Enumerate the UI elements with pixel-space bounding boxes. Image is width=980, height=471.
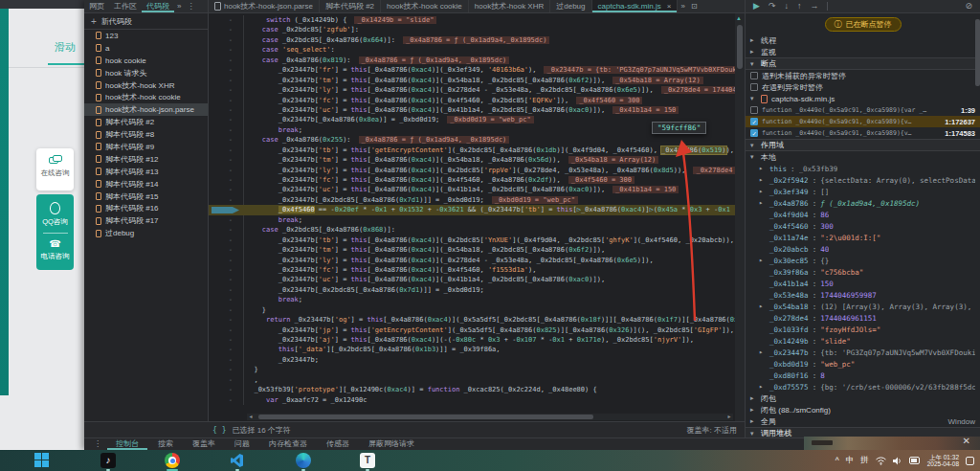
scope-variable-row[interactable]: _0x4f5460: 300 xyxy=(746,220,980,232)
caret-right-icon[interactable]: ▸ xyxy=(759,165,766,172)
line-gutter[interactable]: - xyxy=(209,375,244,385)
caret-right-icon[interactable]: ▸ xyxy=(750,417,757,425)
line-gutter[interactable]: - xyxy=(209,385,244,394)
chrome-app-icon[interactable] xyxy=(165,453,180,468)
code-line[interactable]: - this['_data'][_0x2bdc85[_0x4a8786(0x1b… xyxy=(209,345,735,354)
caret-right-icon[interactable]: ▸ xyxy=(750,406,757,414)
code-line[interactable]: - _0x23447b['ly'] = this[_0x4a8786(0xac4… xyxy=(209,256,735,265)
code-line[interactable]: - case _0x2bdc85['zgfub']: xyxy=(209,25,735,34)
scope-variable-row[interactable]: ▸_0x30ec85: {} xyxy=(746,255,980,266)
line-gutter[interactable]: - xyxy=(209,135,244,145)
line-gutter[interactable]: - xyxy=(209,85,244,95)
code-line[interactable]: - break; xyxy=(209,215,735,225)
resume-icon[interactable]: ▶ xyxy=(753,0,760,12)
caret-right-icon[interactable]: ▸ xyxy=(759,303,766,310)
code-line[interactable]: - _0x23447b['fc'] = this[_0x4a8786(0xac4… xyxy=(209,175,735,185)
code-line[interactable]: - , xyxy=(209,375,735,385)
scope-variable-row[interactable]: ▸_0x54ba18: (12) [Array(3), Array(3), Ar… xyxy=(746,301,980,312)
file-tab[interactable]: hook技术-hook cookie xyxy=(381,0,469,12)
code-line[interactable]: - switch (_0x14249b) {_0x14249b = "slide… xyxy=(209,15,735,25)
line-gutter[interactable]: - xyxy=(209,185,244,194)
online-consult-button[interactable]: 在线咨询 xyxy=(36,148,74,191)
code-line[interactable]: - case _0x4a8786(0x255):_0x4a8786 = ƒ (_… xyxy=(209,135,735,145)
scope-variable-row[interactable]: _0x11a74e: ":2\u001d:I:[" xyxy=(746,232,980,243)
checkbox-checked[interactable]: ✓ xyxy=(750,129,758,137)
line-gutter[interactable]: - xyxy=(209,256,244,265)
scope-variable-row[interactable]: _0x4f9d04: 86 xyxy=(746,209,980,220)
caret-right-icon[interactable]: ▸ xyxy=(750,394,757,402)
pane-tab-2[interactable]: 代码段 xyxy=(142,0,174,12)
line-gutter[interactable]: - xyxy=(209,295,244,304)
snippet-item[interactable]: 脚本代码段 #8 xyxy=(84,128,208,141)
caret-right-icon[interactable]: ▸ xyxy=(759,188,766,195)
scope-variable-row[interactable]: _0x53e48a: 1744046959987 xyxy=(746,289,980,301)
code-line[interactable]: - _0x23447b['fc'] = this[_0x4a8786(0xac4… xyxy=(209,96,735,105)
line-gutter[interactable]: - xyxy=(209,285,244,295)
code-line[interactable]: - } xyxy=(209,305,735,315)
scope-variable-row[interactable]: _0x278de4: 1744046961151 xyxy=(746,312,980,324)
line-gutter[interactable]: - xyxy=(209,225,244,235)
code-line[interactable]: - _0x23447b['tm'] = this[_0x4a8786(0xac4… xyxy=(209,155,735,165)
snippet-item[interactable]: 脚本代码段 #9 xyxy=(84,141,208,153)
notification-center-icon[interactable] xyxy=(966,457,974,465)
code-line[interactable]: - _0x23447b['aj'] = this[_0x4a8786(0xac4… xyxy=(209,335,735,345)
line-gutter[interactable]: - xyxy=(209,25,244,34)
code-line[interactable]: - _0x23447b['tb'] = this['getEncryptCont… xyxy=(209,146,735,155)
tab-overflow-icon[interactable]: ⊡ xyxy=(688,0,701,12)
snippet-item[interactable]: 脚本代码段 #2 xyxy=(84,116,208,128)
line-gutter[interactable]: - xyxy=(209,195,244,205)
sidebar-scrollbar-thumb[interactable] xyxy=(975,19,980,86)
line-gutter[interactable]: - xyxy=(209,115,244,124)
more-tabs-icon[interactable]: » xyxy=(678,0,687,12)
step-into-icon[interactable]: ↓ xyxy=(784,0,789,12)
scope-variable-row[interactable]: _0x20abcb: 40 xyxy=(746,243,980,255)
caret-right-icon[interactable]: ▸ xyxy=(759,348,766,356)
code-line[interactable]: - _0x23447b['uc'] = this[_0x4a8786(0xac4… xyxy=(209,275,735,284)
new-snippet-button[interactable]: + 新代码段 xyxy=(84,13,208,30)
snippet-item[interactable]: 脚本代码段 #14 xyxy=(84,178,208,191)
caret-right-icon[interactable]: ▸ xyxy=(759,199,766,207)
snippet-item[interactable]: 123 xyxy=(84,30,208,42)
line-gutter[interactable]: - xyxy=(209,265,244,275)
line-gutter[interactable]: - xyxy=(209,325,244,335)
scope-variable-row[interactable]: _0x41b1a4: 150 xyxy=(746,278,980,289)
editor-vertical-scrollbar[interactable]: ▲ xyxy=(735,13,745,421)
line-gutter[interactable]: - xyxy=(209,56,244,65)
line-gutter[interactable]: - xyxy=(209,315,244,325)
snippet-item[interactable]: 脚本代码段 #13 xyxy=(84,166,208,178)
edge-app-icon[interactable] xyxy=(296,453,311,468)
section-breakpoints[interactable]: ▾断点 xyxy=(746,57,980,70)
code-line[interactable]: - case _0x2bdc85[_0x4a8786(0x868)]: xyxy=(209,225,735,235)
caret-right-icon[interactable]: ▸ xyxy=(750,36,757,44)
code-line[interactable]: - _0x23447b[_0x2bdc85[_0x4a8786(0x7d1)]]… xyxy=(209,195,735,205)
deactivate-breakpoints-icon[interactable]: ⊘ xyxy=(965,0,972,12)
code-line[interactable]: - _0x23447b['uc'] = this[_0x4a8786(0xac4… xyxy=(209,105,735,115)
code-line[interactable]: - _0x23447b['ly'] = this[_0x4a8786(0xac4… xyxy=(209,166,735,175)
caret-right-icon[interactable]: ▸ xyxy=(750,48,757,56)
code-line[interactable]: - case _0x2bdc85[_0x4a8786(0x664)]:_0x4a… xyxy=(209,35,735,45)
drawer-tab-3[interactable]: 问题 xyxy=(226,438,258,450)
drawer-tab-1[interactable]: 搜索 xyxy=(149,438,182,450)
line-gutter[interactable]: - xyxy=(209,365,244,374)
line-gutter[interactable]: - xyxy=(209,395,244,405)
scope-variable-row[interactable]: ▸_0xd75575: {bg: '/crb/set-000006/v2/63f… xyxy=(746,381,980,392)
battery-icon[interactable] xyxy=(909,457,921,464)
file-tab[interactable]: 脚本代码段 #2 xyxy=(320,0,381,12)
pane-menu-icon[interactable]: ⋮ xyxy=(184,0,197,12)
scope-variable-row[interactable]: ▸_0x23447b: {tb: 'PG3Zq07p7aUNJVq5wM7Vvb… xyxy=(746,347,980,358)
code-line[interactable]: - return _0x23447b['og'] = this[_0x4a878… xyxy=(209,315,735,325)
scope-variable-row[interactable]: _0x14249b: "slide" xyxy=(746,335,980,347)
hscroll-thumb[interactable] xyxy=(258,415,593,419)
breakpoint-row[interactable]: ✓function _0x449e(_0x5a9c91,_0xca5989){v… xyxy=(746,116,980,127)
code-line[interactable]: - _0x23447b['jp'] = this['getEncryptCont… xyxy=(209,325,735,335)
caret-right-icon[interactable]: ▸ xyxy=(759,383,766,391)
code-line[interactable]: - _0x23447b['fc'] = this[_0x4a8786(0xac4… xyxy=(209,265,735,275)
scope-variable-row[interactable]: _0xd80f16: 8 xyxy=(746,370,980,381)
checkbox-unchecked[interactable] xyxy=(750,83,758,91)
code-editor[interactable]: - switch (_0x14249b) {_0x14249b = "slide… xyxy=(209,13,735,421)
line-gutter[interactable]: - xyxy=(209,65,244,75)
checkbox-unchecked[interactable] xyxy=(750,106,758,114)
checkbox-checked[interactable]: ✓ xyxy=(750,118,758,125)
drawer-tab-6[interactable]: 屏蔽网络请求 xyxy=(360,438,423,450)
line-gutter[interactable]: - xyxy=(209,355,244,365)
